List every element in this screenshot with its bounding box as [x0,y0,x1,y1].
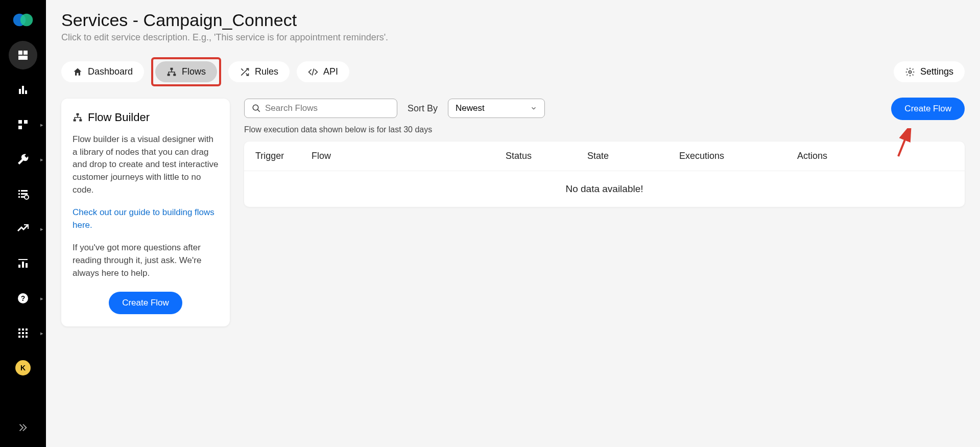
svg-rect-35 [173,74,176,76]
nav-grid[interactable] [9,319,37,347]
tab-api-label: API [323,66,338,77]
gear-icon [905,67,915,77]
create-flow-button-card[interactable]: Create Flow [109,292,182,314]
svg-text:?: ? [21,294,26,302]
svg-rect-20 [26,263,28,268]
home-icon [73,67,83,77]
tab-rules-label: Rules [255,66,278,77]
flow-note: Flow execution data shown below is for l… [244,125,965,134]
svg-rect-38 [74,119,76,121]
svg-rect-30 [18,336,20,338]
nav-analytics[interactable] [9,76,37,104]
svg-point-36 [909,70,911,73]
nav-apps[interactable] [9,110,37,139]
svg-rect-8 [18,120,22,124]
svg-rect-24 [18,328,20,331]
svg-rect-25 [22,328,24,331]
table-empty: No data available! [244,171,965,207]
svg-rect-29 [26,332,28,334]
svg-rect-11 [18,190,20,192]
search-sort-row: Sort By Newest [244,99,965,118]
svg-point-1 [20,14,33,27]
svg-rect-3 [23,51,28,55]
col-state: State [587,151,679,161]
tabs-row: Dashboard Flows Rules API Settings [61,57,965,86]
avatar-letter: K [15,360,31,375]
nav-help[interactable]: ? [9,284,37,313]
svg-rect-5 [19,89,21,94]
table-header: Trigger Flow Status State Executions Act… [244,142,965,171]
tab-flows[interactable]: Flows [155,61,217,82]
tab-rules[interactable]: Rules [228,61,290,82]
svg-rect-4 [18,56,28,60]
svg-rect-26 [26,328,28,331]
sitemap-icon [166,67,177,77]
webex-logo [12,9,34,31]
nav-avatar[interactable]: K [9,354,37,382]
flow-builder-body: Flow builder is a visual designer with a… [73,133,219,196]
chevron-down-icon [530,105,537,112]
svg-rect-19 [22,262,24,268]
search-icon [252,104,261,113]
col-flow: Flow [312,151,506,161]
settings-label: Settings [920,66,953,77]
flow-builder-header: Flow Builder [73,111,219,124]
svg-rect-12 [21,190,28,192]
flow-builder-title: Flow Builder [88,111,150,124]
page-subtitle[interactable]: Click to edit service description. E.g.,… [61,32,965,43]
svg-rect-21 [18,259,28,260]
tab-dashboard[interactable]: Dashboard [61,61,144,82]
svg-rect-31 [22,336,24,338]
sort-by-label: Sort By [408,103,438,114]
create-flow-button-top[interactable]: Create Flow [891,98,965,120]
code-icon [308,67,318,77]
svg-rect-15 [18,196,20,198]
nav-trends[interactable] [9,215,37,243]
main-content: Services - Campaign_Connect Click to edi… [46,0,980,447]
svg-point-17 [25,195,29,199]
col-trigger: Trigger [255,151,312,161]
nav-util[interactable] [9,249,37,278]
svg-rect-34 [168,74,170,76]
left-sidebar: ? K [0,0,46,447]
search-box[interactable] [244,99,397,118]
col-actions: Actions [771,151,827,161]
svg-rect-10 [18,126,22,129]
flow-area: Create Flow Sort By Newest Flow executio… [244,99,965,326]
svg-rect-33 [171,67,173,69]
col-status: Status [506,151,587,161]
nav-collapse[interactable] [9,413,37,442]
svg-point-41 [253,105,258,110]
svg-rect-9 [24,120,28,124]
sort-value: Newest [456,103,485,113]
svg-rect-14 [21,193,28,195]
svg-rect-37 [77,113,79,115]
tab-api[interactable]: API [297,61,349,82]
svg-rect-27 [18,332,20,334]
highlight-box: Flows [151,57,221,86]
svg-rect-13 [18,193,20,195]
settings-button[interactable]: Settings [894,61,965,82]
svg-rect-18 [18,265,20,268]
nav-list[interactable] [9,180,37,208]
flow-builder-help: If you've got more questions after readi… [73,242,219,279]
svg-line-42 [257,109,260,112]
sort-select[interactable]: Newest [448,99,545,118]
tab-flows-label: Flows [182,66,206,77]
svg-rect-28 [22,332,24,334]
flow-builder-card: Flow Builder Flow builder is a visual de… [61,99,230,326]
search-input[interactable] [265,103,390,113]
col-executions: Executions [679,151,771,161]
nav-tools[interactable] [9,145,37,174]
svg-rect-7 [25,90,27,94]
svg-rect-39 [79,119,82,121]
flows-table: Trigger Flow Status State Executions Act… [244,142,965,207]
nav-services[interactable] [9,41,37,69]
svg-rect-2 [18,51,22,55]
tab-dashboard-label: Dashboard [88,66,133,77]
svg-rect-6 [22,86,24,94]
sitemap-icon [73,112,83,123]
flow-builder-guide-link[interactable]: Check out our guide to building flows he… [73,207,214,230]
svg-rect-32 [26,336,28,338]
shuffle-icon [240,67,250,77]
